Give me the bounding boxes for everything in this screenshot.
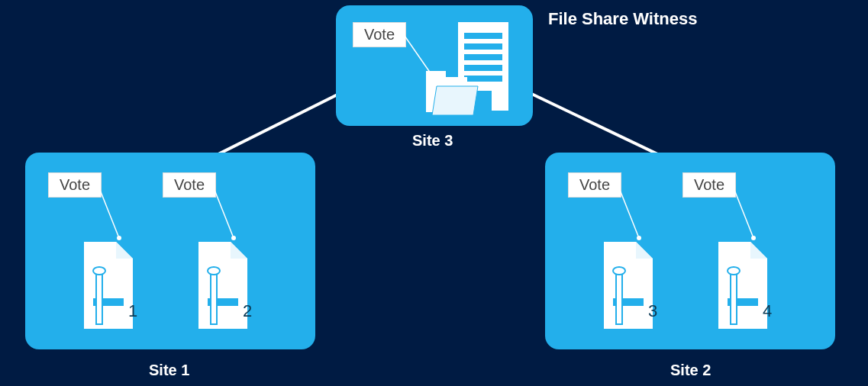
site3-panel: Vote [336,5,533,126]
server-number: 2 [243,301,252,321]
svg-point-36 [613,267,625,275]
svg-marker-24 [231,242,247,259]
svg-rect-21 [96,271,102,324]
svg-point-22 [93,267,105,275]
svg-rect-8 [464,65,502,71]
svg-line-28 [618,186,639,238]
witness-title: File Share Witness [548,9,697,29]
site2-label: Site 2 [670,362,711,379]
vote-label-server1: Vote [48,172,102,198]
vote-label-site3: Vote [353,22,406,47]
svg-rect-9 [464,76,502,82]
vote-label-server2: Vote [163,172,216,198]
svg-marker-38 [750,242,767,259]
svg-marker-19 [116,242,133,259]
svg-line-30 [733,186,753,238]
svg-line-14 [98,186,119,238]
svg-rect-35 [616,271,622,324]
diagram-stage: File Share Witness Vote [0,0,868,386]
site1-label: Site 1 [149,362,189,379]
server-number: 1 [128,301,137,321]
svg-rect-5 [464,33,502,39]
svg-line-16 [213,186,234,238]
site1-panel: Vote Vote 1 [25,153,315,349]
vote-label-server4: Vote [682,172,736,198]
svg-rect-40 [731,271,737,324]
svg-point-41 [728,267,740,275]
svg-rect-26 [211,271,217,324]
svg-point-27 [208,267,220,275]
site3-label: Site 3 [412,132,453,150]
svg-rect-7 [464,54,502,60]
svg-rect-6 [464,43,502,50]
server-number: 3 [648,301,657,321]
svg-rect-12 [426,71,446,79]
site2-panel: Vote Vote 3 [545,153,835,349]
server-number: 4 [763,301,772,321]
vote-label-server3: Vote [568,172,621,198]
svg-marker-13 [432,86,478,115]
svg-marker-33 [636,242,653,259]
file-share-witness-icon [426,18,518,124]
